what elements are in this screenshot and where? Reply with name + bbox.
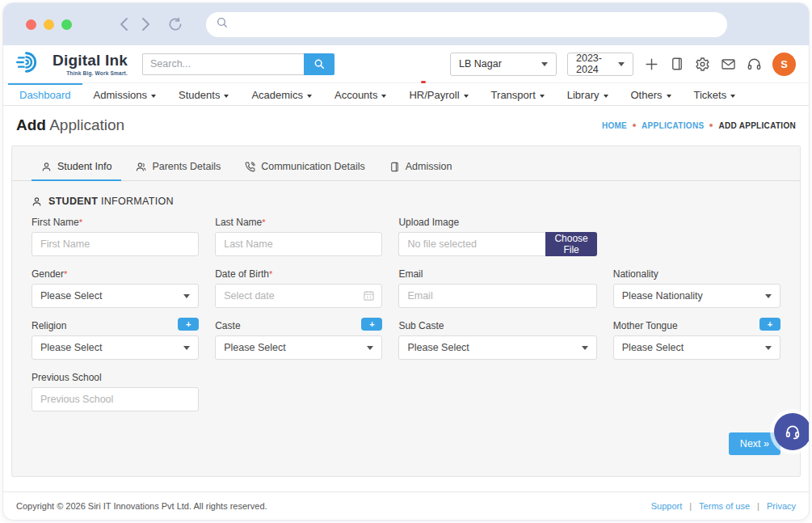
- mother-tongue-select[interactable]: Please Select: [613, 335, 780, 360]
- breadcrumb-applications[interactable]: APPLICATIONS: [642, 121, 704, 130]
- field-previous-school: Previous School: [32, 372, 199, 411]
- gender-select[interactable]: Please Select: [32, 284, 199, 308]
- footer-link-privacy[interactable]: Privacy: [767, 501, 796, 511]
- browser-chrome: [3, 3, 809, 45]
- upload-image-filename[interactable]: [398, 232, 545, 256]
- users-icon: [136, 162, 146, 172]
- tab-student-info[interactable]: Student Info: [32, 153, 121, 181]
- user-avatar[interactable]: S: [772, 53, 796, 76]
- support-chat-button[interactable]: [774, 413, 810, 450]
- footer-link-support[interactable]: Support: [651, 501, 683, 511]
- refresh-button[interactable]: [167, 16, 183, 32]
- next-button[interactable]: Next »: [729, 432, 780, 455]
- global-search-input[interactable]: [142, 53, 304, 75]
- first-name-input[interactable]: [32, 232, 199, 256]
- nav-item-library[interactable]: Library: [556, 83, 620, 105]
- phone-icon: [245, 162, 255, 172]
- chevron-down-icon: [224, 95, 229, 98]
- gear-icon[interactable]: [695, 57, 710, 72]
- choose-file-button[interactable]: Choose File: [545, 232, 596, 256]
- religion-select[interactable]: Please Select: [32, 335, 199, 360]
- address-bar[interactable]: [206, 12, 727, 37]
- field-mother-tongue: Mother Tongue + Please Select: [613, 320, 780, 360]
- field-date-of-birth: Date of Birth*: [215, 268, 382, 308]
- nav-item-accounts[interactable]: Accounts: [323, 83, 398, 105]
- chevron-down-icon: [464, 95, 469, 98]
- sub-caste-select[interactable]: Please Select: [398, 335, 596, 360]
- caste-select[interactable]: Please Select: [215, 335, 382, 360]
- field-gender: Gender* Please Select: [32, 268, 199, 308]
- last-name-input[interactable]: [215, 232, 382, 256]
- mail-icon[interactable]: [721, 57, 736, 72]
- chevron-down-icon: [183, 294, 190, 298]
- add-mother-tongue-button[interactable]: +: [759, 318, 780, 331]
- nav-item-admissions[interactable]: Admissions: [82, 83, 167, 105]
- add-icon[interactable]: [644, 57, 659, 72]
- chevron-down-icon: [541, 62, 548, 66]
- tablet-icon: [389, 162, 400, 172]
- main-navigation: Dashboard Admissions Students Academics …: [3, 82, 809, 106]
- add-caste-button[interactable]: +: [361, 318, 382, 331]
- field-caste: Caste + Please Select: [215, 320, 382, 360]
- chevron-down-icon: [540, 95, 545, 98]
- email-input[interactable]: [398, 284, 596, 308]
- nav-item-dashboard[interactable]: Dashboard: [8, 83, 82, 105]
- add-religion-button[interactable]: +: [178, 318, 199, 331]
- chevron-down-icon: [618, 62, 625, 66]
- chevron-down-icon: [151, 95, 156, 98]
- branch-select[interactable]: LB Nagar: [450, 53, 557, 76]
- window-controls: [26, 19, 72, 30]
- academic-year-select[interactable]: 2023-2024: [567, 53, 633, 76]
- form-panel: Student Info Parents Details Communicati…: [11, 146, 801, 477]
- back-button[interactable]: [119, 17, 129, 32]
- date-of-birth-input[interactable]: [215, 284, 382, 308]
- forward-button[interactable]: [141, 17, 151, 32]
- form-tabs: Student Info Parents Details Communicati…: [12, 153, 800, 181]
- nav-item-others[interactable]: Others: [620, 83, 683, 105]
- breadcrumb-separator: [633, 124, 636, 127]
- footer-link-terms[interactable]: Terms of use: [699, 501, 750, 511]
- previous-school-input[interactable]: [32, 387, 199, 411]
- page-title: Add Application: [16, 116, 124, 134]
- user-icon: [32, 196, 42, 207]
- footer: Copyright © 2026 Siri IT Innovations Pvt…: [3, 491, 809, 520]
- close-window-button[interactable]: [26, 19, 36, 30]
- global-search-button[interactable]: [304, 53, 334, 75]
- chevron-down-icon: [183, 346, 190, 350]
- app-logo[interactable]: Digital Ink Think Big. Work Smart.: [16, 50, 128, 78]
- field-nationality: Nationality Please Nationality: [613, 268, 780, 308]
- tab-admission[interactable]: Admission: [380, 153, 462, 181]
- field-last-name: Last Name*: [215, 217, 382, 256]
- book-icon[interactable]: [670, 57, 684, 71]
- breadcrumb-home[interactable]: HOME: [602, 121, 627, 130]
- chevron-down-icon: [765, 346, 772, 350]
- headset-icon[interactable]: [747, 57, 762, 72]
- digital-ink-logo-icon: [16, 50, 47, 78]
- chevron-down-icon: [730, 95, 735, 98]
- tab-parents-details[interactable]: Parents Details: [126, 153, 230, 181]
- chevron-down-icon: [765, 294, 772, 298]
- breadcrumb-current: ADD APPLICATION: [718, 121, 796, 130]
- nav-item-tickets[interactable]: Tickets: [683, 83, 747, 105]
- field-first-name: First Name*: [32, 217, 199, 256]
- nav-item-transport[interactable]: Transport: [480, 83, 556, 105]
- tab-communication-details[interactable]: Communication Details: [235, 153, 375, 181]
- nav-item-hr-payroll[interactable]: HR/Payroll: [398, 83, 479, 105]
- nav-item-academics[interactable]: Academics: [240, 83, 323, 105]
- chevron-down-icon: [604, 95, 608, 98]
- maximize-window-button[interactable]: [61, 19, 72, 30]
- chevron-down-icon: [307, 95, 312, 98]
- breadcrumb-separator: [709, 124, 713, 127]
- app-header: Digital Ink Think Big. Work Smart. LB Na…: [3, 45, 809, 82]
- copyright-text: Copyright © 2026 Siri IT Innovations Pvt…: [16, 501, 267, 511]
- calendar-icon[interactable]: [363, 289, 375, 305]
- nationality-select[interactable]: Please Nationality: [613, 284, 780, 308]
- headset-icon: [785, 424, 801, 440]
- browser-window: Digital Ink Think Big. Work Smart. LB Na…: [2, 2, 810, 521]
- field-sub-caste: Sub Caste Please Select: [398, 320, 596, 360]
- notification-badge: [421, 81, 426, 83]
- chevron-down-icon: [667, 95, 671, 98]
- chevron-down-icon: [582, 346, 588, 350]
- nav-item-students[interactable]: Students: [167, 83, 240, 105]
- minimize-window-button[interactable]: [44, 19, 54, 30]
